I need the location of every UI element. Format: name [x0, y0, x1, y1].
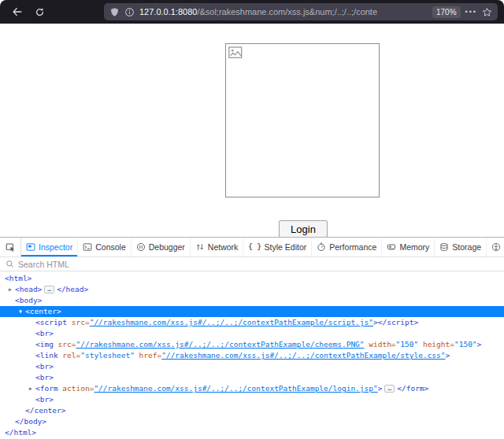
markup-segment: rel=: [58, 351, 81, 360]
markup-segment: </body>: [15, 417, 46, 426]
tab-label: Performance: [329, 242, 376, 252]
markup-segment: <br>: [35, 362, 54, 371]
markup-segment: src=: [54, 340, 76, 349]
style-editor-icon: { }: [248, 244, 261, 251]
url-host: 127.0.0.1:8080: [139, 7, 197, 17]
node-script[interactable]: <script src="//rakeshmane.com/xss.js#/..…: [0, 317, 504, 328]
attribute-link[interactable]: "//rakeshmane.com/xss.js#/..;/..;/contex…: [76, 340, 365, 349]
markup-segment: href=: [135, 351, 161, 360]
markup-segment: </head>: [57, 285, 88, 293]
accessibility-icon: [491, 242, 501, 252]
markup-segment: "150": [454, 340, 477, 349]
tab-storage[interactable]: Storage: [435, 238, 487, 256]
url-text: 127.0.0.1:8080/&sol;rakeshmane.com/xss.j…: [139, 7, 428, 17]
markup-segment: </form>: [397, 384, 428, 393]
node-br-1[interactable]: <br>: [0, 328, 504, 339]
node-center-close[interactable]: </center>: [0, 405, 504, 416]
tab-style-editor[interactable]: { }Style Editor: [243, 238, 312, 256]
broken-image-icon: [228, 46, 244, 60]
memory-icon: [387, 242, 396, 252]
markup-segment: <center>: [25, 307, 61, 315]
node-html-close[interactable]: </html>: [0, 427, 504, 438]
tab-label: Style Editor: [265, 242, 307, 252]
performance-icon: [317, 242, 326, 252]
tab-debugger[interactable]: Debugger: [132, 238, 191, 256]
tab-console[interactable]: Console: [78, 238, 132, 256]
tab-network[interactable]: Network: [191, 238, 244, 256]
site-info-icon[interactable]: [124, 7, 135, 17]
node-form[interactable]: ▶<form action="//rakeshmane.com/xss.js#/…: [0, 383, 504, 394]
markup-segment: <html>: [5, 274, 32, 282]
attribute-link[interactable]: "//rakeshmane.com/xss.js#/..;/..;/contex…: [90, 318, 373, 326]
console-icon: [83, 242, 92, 252]
url-bar[interactable]: 127.0.0.1:8080/&sol;rakeshmane.com/xss.j…: [104, 3, 498, 20]
reload-icon[interactable]: [28, 3, 50, 20]
broken-image-placeholder: [225, 43, 380, 197]
markup-segment: action=: [58, 384, 94, 393]
markup-segment: </center>: [25, 406, 65, 415]
tab-label: Debugger: [149, 242, 185, 252]
node-head[interactable]: ▶<head>…</head>: [0, 284, 504, 295]
markup-segment: height=: [418, 340, 454, 349]
node-body-close[interactable]: </body>: [0, 416, 504, 427]
expand-arrow-icon[interactable]: ▶: [27, 383, 35, 394]
markup-segment: <br>: [35, 329, 54, 338]
devtools-panel: InspectorConsoleDebuggerNetwork{ }Style …: [0, 237, 504, 439]
url-path: /&sol;rakeshmane.com/xss.js&num;/..;/..;…: [197, 7, 377, 17]
pick-element-button[interactable]: [0, 238, 21, 256]
tab-inspector[interactable]: Inspector: [21, 238, 78, 256]
back-icon[interactable]: [6, 3, 28, 20]
search-html-input[interactable]: [18, 260, 498, 269]
node-link-stylesheet[interactable]: <link rel="stylesheet" href="//rakeshman…: [0, 350, 504, 361]
attribute-link[interactable]: "//rakeshmane.com/xss.js#/..;/..;/contex…: [161, 351, 445, 360]
tab-label: Inspector: [39, 242, 72, 252]
zoom-level-badge[interactable]: 170%: [432, 6, 461, 18]
network-icon: [195, 242, 205, 252]
tab-label: Memory: [399, 242, 429, 252]
devtools-tabbar: InspectorConsoleDebuggerNetwork{ }Style …: [0, 238, 504, 257]
markup-segment: <br>: [35, 373, 54, 382]
bookmark-star-icon[interactable]: [482, 7, 492, 17]
node-body-open[interactable]: <body>: [0, 295, 504, 306]
browser-toolbar: 127.0.0.1:8080/&sol;rakeshmane.com/xss.j…: [0, 0, 504, 24]
tab-performance[interactable]: Performance: [312, 238, 382, 256]
markup-segment: width=: [365, 340, 396, 349]
markup-segment: <body>: [15, 296, 42, 304]
inline-expander-badge[interactable]: …: [44, 286, 54, 293]
node-html-open[interactable]: <html>: [0, 273, 504, 284]
markup-segment: src=: [67, 318, 90, 326]
attribute-link[interactable]: "//rakeshmane.com/xss.js#/..;/..;/contex…: [94, 384, 377, 393]
page-actions-icon[interactable]: •••: [465, 9, 477, 16]
inline-expander-badge[interactable]: …: [384, 385, 395, 393]
tab-memory[interactable]: Memory: [382, 238, 435, 256]
collapse-arrow-icon[interactable]: ▼: [17, 306, 24, 317]
tab-label: Console: [95, 242, 126, 252]
node-br-2[interactable]: <br>: [0, 361, 504, 372]
markup-segment: <img: [35, 340, 54, 349]
node-center-open[interactable]: ▼<center>: [0, 306, 504, 317]
markup-segment: "150": [396, 340, 419, 349]
devtools-tabs: InspectorConsoleDebuggerNetwork{ }Style …: [21, 238, 504, 256]
markup-segment: <br>: [35, 395, 54, 404]
storage-icon: [439, 242, 449, 252]
node-br-3[interactable]: <br>: [0, 372, 504, 383]
markup-segment: >: [378, 384, 383, 393]
node-img[interactable]: <img src="//rakeshmane.com/xss.js#/..;/.…: [0, 339, 504, 350]
inspector-icon: [26, 242, 35, 252]
markup-segment: </html>: [5, 428, 36, 437]
markup-segment: <script: [35, 318, 67, 326]
node-br-4[interactable]: <br>: [0, 394, 504, 405]
devtools-search-bar: [0, 257, 504, 271]
markup-segment: <link: [35, 351, 58, 360]
markup-segment: </script>: [378, 318, 418, 326]
tab-accessibility[interactable]: Accessibility: [487, 238, 504, 256]
search-icon: [6, 260, 14, 268]
markup-segment: <head>: [15, 285, 42, 293]
tab-label: Network: [208, 242, 239, 252]
login-button[interactable]: Login: [279, 220, 328, 238]
expand-arrow-icon[interactable]: ▶: [6, 284, 14, 295]
markup-segment: >: [477, 340, 482, 349]
page-content: Login: [0, 24, 504, 237]
shield-icon[interactable]: [109, 7, 120, 17]
markup-segment: "stylesheet": [80, 351, 135, 360]
